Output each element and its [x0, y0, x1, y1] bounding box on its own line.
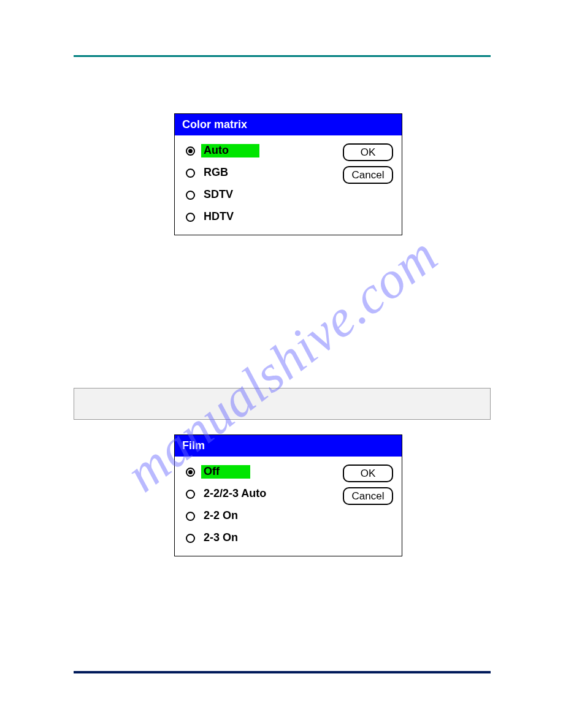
radio-icon [186, 534, 195, 543]
option-label: 2-2 On [201, 509, 240, 523]
dialog-title: Film [175, 435, 402, 457]
option-label: Off [201, 465, 250, 479]
radio-icon [186, 169, 195, 178]
option-label: HDTV [201, 210, 236, 224]
option-23-on[interactable]: 2-3 On [186, 531, 393, 545]
color-matrix-dialog: Color matrix Auto RGB SDTV HDTV [174, 113, 402, 235]
cancel-button[interactable]: Cancel [343, 166, 393, 184]
radio-icon [186, 512, 195, 521]
radio-icon [186, 146, 195, 156]
option-sdtv[interactable]: SDTV [186, 188, 393, 202]
top-rule [74, 55, 491, 57]
radio-icon [186, 468, 195, 477]
ok-button[interactable]: OK [343, 143, 393, 161]
option-label: Auto [201, 144, 259, 157]
radio-icon [186, 191, 195, 200]
ok-button[interactable]: OK [343, 464, 393, 482]
option-label: 2-2/2-3 Auto [201, 487, 269, 501]
option-22-on[interactable]: 2-2 On [186, 509, 393, 523]
radio-icon [186, 490, 195, 499]
cancel-button[interactable]: Cancel [343, 487, 393, 505]
radio-icon [186, 213, 195, 222]
option-label: SDTV [201, 188, 236, 202]
option-label: 2-3 On [201, 531, 240, 545]
bottom-rule [74, 671, 491, 673]
dialog-title: Color matrix [175, 114, 402, 135]
film-dialog: Film Off 2-2/2-3 Auto 2-2 On 2-3 On [174, 434, 402, 556]
note-box [74, 388, 491, 420]
option-label: RGB [201, 166, 231, 180]
option-hdtv[interactable]: HDTV [186, 210, 393, 224]
